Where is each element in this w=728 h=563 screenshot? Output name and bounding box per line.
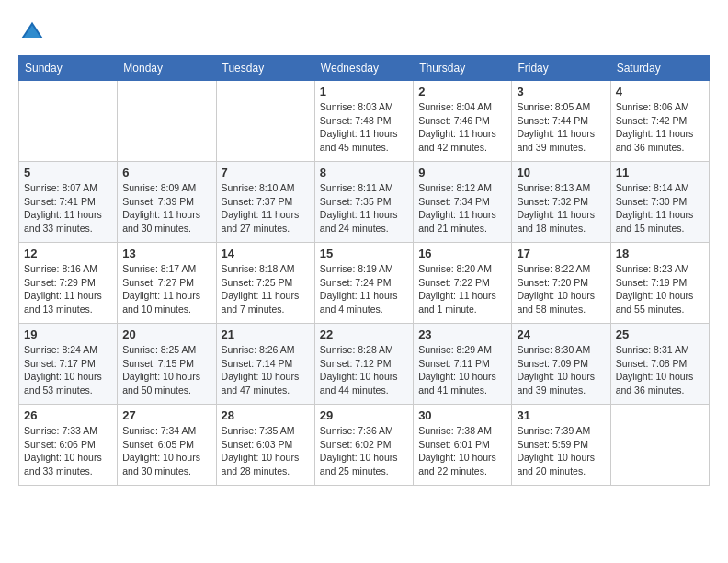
day-number: 4 (616, 85, 704, 98)
day-info: Sunrise: 8:31 AM Sunset: 7:08 PM Dayligh… (616, 343, 704, 397)
day-number: 10 (517, 166, 605, 179)
day-number: 28 (222, 408, 310, 422)
calendar-cell: 21Sunrise: 8:26 AM Sunset: 7:14 PM Dayli… (216, 324, 314, 405)
calendar-cell: 14Sunrise: 8:18 AM Sunset: 7:25 PM Dayli… (216, 243, 314, 324)
day-info: Sunrise: 7:34 AM Sunset: 6:05 PM Dayligh… (122, 424, 210, 478)
calendar-cell: 31Sunrise: 7:39 AM Sunset: 5:59 PM Dayli… (512, 405, 610, 486)
calendar-cell: 13Sunrise: 8:17 AM Sunset: 7:27 PM Dayli… (118, 243, 216, 324)
day-number: 20 (122, 327, 210, 341)
day-number: 25 (616, 327, 704, 341)
day-info: Sunrise: 8:23 AM Sunset: 7:19 PM Dayligh… (616, 262, 704, 316)
day-number: 8 (320, 166, 408, 179)
day-number: 3 (517, 85, 605, 98)
day-info: Sunrise: 7:35 AM Sunset: 6:03 PM Dayligh… (222, 424, 310, 478)
logo (18, 18, 50, 46)
day-number: 14 (222, 247, 310, 260)
day-number: 2 (418, 85, 506, 98)
day-info: Sunrise: 8:18 AM Sunset: 7:25 PM Dayligh… (222, 262, 310, 316)
day-number: 27 (122, 408, 210, 422)
day-info: Sunrise: 8:29 AM Sunset: 7:11 PM Dayligh… (418, 343, 506, 397)
day-info: Sunrise: 8:13 AM Sunset: 7:32 PM Dayligh… (517, 181, 605, 236)
day-info: Sunrise: 7:36 AM Sunset: 6:02 PM Dayligh… (320, 424, 408, 478)
calendar-cell: 7Sunrise: 8:10 AM Sunset: 7:37 PM Daylig… (216, 162, 314, 243)
calendar-cell: 30Sunrise: 7:38 AM Sunset: 6:01 PM Dayli… (414, 405, 512, 486)
day-number: 1 (320, 85, 408, 98)
day-info: Sunrise: 8:17 AM Sunset: 7:27 PM Dayligh… (122, 262, 210, 316)
day-info: Sunrise: 8:28 AM Sunset: 7:12 PM Dayligh… (320, 343, 408, 397)
calendar-cell: 3Sunrise: 8:05 AM Sunset: 7:44 PM Daylig… (512, 81, 610, 162)
calendar-header-row: SundayMondayTuesdayWednesdayThursdayFrid… (19, 56, 710, 81)
day-number: 16 (418, 247, 506, 260)
day-number: 6 (122, 166, 210, 179)
day-info: Sunrise: 8:26 AM Sunset: 7:14 PM Dayligh… (222, 343, 310, 397)
day-info: Sunrise: 8:07 AM Sunset: 7:41 PM Dayligh… (24, 181, 112, 236)
day-number: 31 (517, 408, 605, 422)
day-of-week-header: Saturday (610, 56, 709, 81)
calendar-cell: 12Sunrise: 8:16 AM Sunset: 7:29 PM Dayli… (19, 243, 118, 324)
calendar-week-row: 12Sunrise: 8:16 AM Sunset: 7:29 PM Dayli… (19, 243, 710, 324)
day-info: Sunrise: 7:33 AM Sunset: 6:06 PM Dayligh… (24, 424, 112, 478)
logo-icon (18, 18, 46, 46)
day-number: 29 (320, 408, 408, 422)
calendar-cell: 9Sunrise: 8:12 AM Sunset: 7:34 PM Daylig… (414, 162, 512, 243)
day-number: 17 (517, 247, 605, 260)
day-info: Sunrise: 8:11 AM Sunset: 7:35 PM Dayligh… (320, 181, 408, 236)
day-number: 15 (320, 247, 408, 260)
day-number: 22 (320, 327, 408, 341)
day-info: Sunrise: 8:30 AM Sunset: 7:09 PM Dayligh… (517, 343, 605, 397)
calendar-cell (216, 81, 314, 162)
day-info: Sunrise: 8:19 AM Sunset: 7:24 PM Dayligh… (320, 262, 408, 316)
calendar-cell: 27Sunrise: 7:34 AM Sunset: 6:05 PM Dayli… (118, 405, 216, 486)
day-number: 11 (616, 166, 704, 179)
day-number: 9 (418, 166, 506, 179)
calendar-week-row: 5Sunrise: 8:07 AM Sunset: 7:41 PM Daylig… (19, 162, 710, 243)
day-info: Sunrise: 8:04 AM Sunset: 7:46 PM Dayligh… (418, 100, 506, 155)
day-info: Sunrise: 7:38 AM Sunset: 6:01 PM Dayligh… (418, 424, 506, 478)
day-number: 12 (24, 247, 112, 260)
day-info: Sunrise: 8:25 AM Sunset: 7:15 PM Dayligh… (122, 343, 210, 397)
day-info: Sunrise: 8:12 AM Sunset: 7:34 PM Dayligh… (418, 181, 506, 236)
day-info: Sunrise: 8:24 AM Sunset: 7:17 PM Dayligh… (24, 343, 112, 397)
day-number: 19 (24, 327, 112, 341)
calendar-week-row: 1Sunrise: 8:03 AM Sunset: 7:48 PM Daylig… (19, 81, 710, 162)
calendar-cell: 11Sunrise: 8:14 AM Sunset: 7:30 PM Dayli… (610, 162, 709, 243)
day-number: 5 (24, 166, 112, 179)
calendar-cell: 29Sunrise: 7:36 AM Sunset: 6:02 PM Dayli… (314, 405, 413, 486)
day-info: Sunrise: 7:39 AM Sunset: 5:59 PM Dayligh… (517, 424, 605, 478)
day-number: 26 (24, 408, 112, 422)
day-number: 30 (418, 408, 506, 422)
day-of-week-header: Tuesday (216, 56, 314, 81)
day-info: Sunrise: 8:10 AM Sunset: 7:37 PM Dayligh… (222, 181, 310, 236)
calendar-cell: 6Sunrise: 8:09 AM Sunset: 7:39 PM Daylig… (118, 162, 216, 243)
day-of-week-header: Thursday (414, 56, 512, 81)
calendar-cell: 20Sunrise: 8:25 AM Sunset: 7:15 PM Dayli… (118, 324, 216, 405)
calendar-cell: 4Sunrise: 8:06 AM Sunset: 7:42 PM Daylig… (610, 81, 709, 162)
day-info: Sunrise: 8:14 AM Sunset: 7:30 PM Dayligh… (616, 181, 704, 236)
day-info: Sunrise: 8:09 AM Sunset: 7:39 PM Dayligh… (122, 181, 210, 236)
calendar-cell: 19Sunrise: 8:24 AM Sunset: 7:17 PM Dayli… (19, 324, 118, 405)
calendar-cell: 23Sunrise: 8:29 AM Sunset: 7:11 PM Dayli… (414, 324, 512, 405)
calendar-cell: 24Sunrise: 8:30 AM Sunset: 7:09 PM Dayli… (512, 324, 610, 405)
calendar-cell: 1Sunrise: 8:03 AM Sunset: 7:48 PM Daylig… (314, 81, 413, 162)
calendar-cell: 15Sunrise: 8:19 AM Sunset: 7:24 PM Dayli… (314, 243, 413, 324)
calendar-week-row: 26Sunrise: 7:33 AM Sunset: 6:06 PM Dayli… (19, 405, 710, 486)
day-info: Sunrise: 8:16 AM Sunset: 7:29 PM Dayligh… (24, 262, 112, 316)
calendar-cell (610, 405, 709, 486)
calendar-cell: 8Sunrise: 8:11 AM Sunset: 7:35 PM Daylig… (314, 162, 413, 243)
calendar-cell (118, 81, 216, 162)
day-number: 7 (222, 166, 310, 179)
page-header (18, 18, 710, 46)
calendar-cell: 28Sunrise: 7:35 AM Sunset: 6:03 PM Dayli… (216, 405, 314, 486)
day-info: Sunrise: 8:03 AM Sunset: 7:48 PM Dayligh… (320, 100, 408, 155)
day-of-week-header: Monday (118, 56, 216, 81)
day-info: Sunrise: 8:05 AM Sunset: 7:44 PM Dayligh… (517, 100, 605, 155)
day-of-week-header: Wednesday (314, 56, 413, 81)
day-number: 13 (122, 247, 210, 260)
calendar-cell: 18Sunrise: 8:23 AM Sunset: 7:19 PM Dayli… (610, 243, 709, 324)
day-info: Sunrise: 8:20 AM Sunset: 7:22 PM Dayligh… (418, 262, 506, 316)
day-number: 23 (418, 327, 506, 341)
calendar-cell: 22Sunrise: 8:28 AM Sunset: 7:12 PM Dayli… (314, 324, 413, 405)
day-of-week-header: Sunday (19, 56, 118, 81)
calendar-cell (19, 81, 118, 162)
calendar-cell: 2Sunrise: 8:04 AM Sunset: 7:46 PM Daylig… (414, 81, 512, 162)
